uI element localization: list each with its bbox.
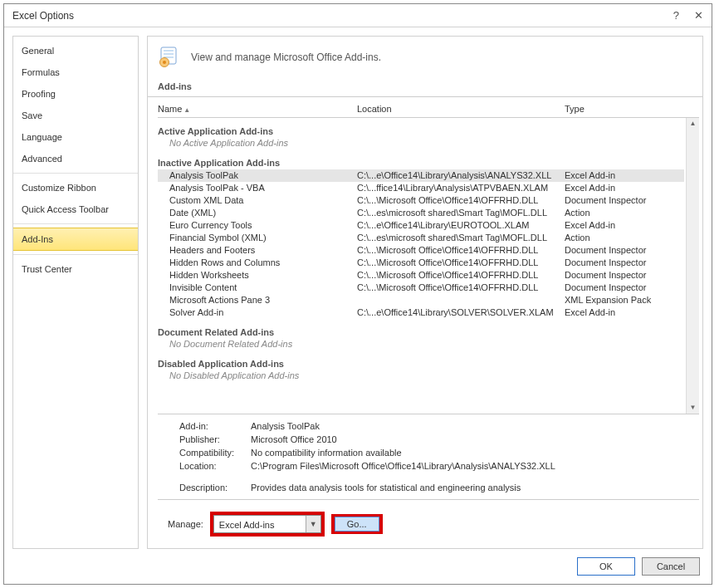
- sort-asc-icon: ▲: [182, 106, 190, 114]
- sidebar-item-save[interactable]: Save: [13, 105, 138, 126]
- close-button[interactable]: ✕: [694, 9, 703, 22]
- sidebar-item-quick-access-toolbar[interactable]: Quick Access Toolbar: [13, 198, 138, 220]
- addin-type: Document Inspector: [565, 257, 686, 269]
- addin-location: [357, 294, 565, 306]
- addin-location: C:\...e\Office14\Library\Analysis\ANALYS…: [357, 169, 565, 182]
- addin-location: C:\...e\Office14\Library\SOLVER\SOLVER.X…: [357, 306, 565, 319]
- addin-type: Excel Add-in: [565, 306, 686, 319]
- detail-label-location: Location:: [179, 459, 251, 473]
- scroll-down-icon[interactable]: ▼: [687, 402, 699, 414]
- sidebar-item-language[interactable]: Language: [13, 126, 138, 148]
- addin-name: Financial Symbol (XML): [169, 232, 357, 244]
- addin-type: Document Inspector: [565, 194, 686, 207]
- addin-row[interactable]: Headers and FootersC:\...\Microsoft Offi…: [158, 244, 686, 257]
- addin-location: C:\...ffice14\Library\Analysis\ATPVBAEN.…: [357, 182, 565, 194]
- addins-icon: [158, 45, 181, 70]
- go-button[interactable]: Go...: [335, 517, 379, 532]
- addin-location: C:\...\Microsoft Office\Office14\OFFRHD.…: [357, 194, 565, 207]
- addin-row[interactable]: Date (XML)C:\...es\microsoft shared\Smar…: [158, 207, 686, 219]
- group-header: Active Application Add-ins: [158, 118, 686, 138]
- manage-combo-highlight: Excel Add-ins ▼: [210, 512, 325, 537]
- main-header-text: View and manage Microsoft Office Add-ins…: [191, 51, 381, 63]
- help-button[interactable]: ?: [673, 9, 679, 22]
- detail-value-location: C:\Program Files\Microsoft Office\Office…: [251, 459, 555, 473]
- detail-label-desc: Description:: [179, 481, 251, 494]
- group-empty: No Active Application Add-ins: [158, 138, 686, 149]
- addin-row[interactable]: Invisible ContentC:\...\Microsoft Office…: [158, 282, 686, 294]
- manage-bar: Manage: Excel Add-ins ▼ Go...: [158, 499, 699, 548]
- column-header-type[interactable]: Type: [565, 104, 699, 114]
- excel-options-dialog: Excel Options ? ✕ GeneralFormulasProofin…: [3, 3, 712, 585]
- sidebar-item-formulas[interactable]: Formulas: [13, 61, 138, 83]
- detail-label-publisher: Publisher:: [179, 433, 251, 446]
- addin-type: Action: [565, 232, 686, 244]
- column-header-name[interactable]: Name▲: [158, 104, 357, 114]
- addin-type: Document Inspector: [565, 269, 686, 282]
- detail-value-compat: No compatibility information available: [251, 446, 402, 459]
- addin-type: Document Inspector: [565, 282, 686, 294]
- dialog-title: Excel Options: [12, 10, 74, 22]
- addin-name: Analysis ToolPak: [169, 169, 357, 182]
- addin-row[interactable]: Custom XML DataC:\...\Microsoft Office\O…: [158, 194, 686, 207]
- group-header: Inactive Application Add-ins: [158, 149, 686, 169]
- svg-point-5: [163, 61, 166, 64]
- addin-type: Excel Add-in: [565, 169, 684, 182]
- addin-name: Headers and Footers: [169, 244, 357, 257]
- group-empty: No Document Related Add-ins: [158, 339, 686, 350]
- addin-location: C:\...\Microsoft Office\Office14\OFFRHD.…: [357, 282, 565, 294]
- addin-location: C:\...e\Office14\Library\EUROTOOL.XLAM: [357, 219, 565, 232]
- addin-row[interactable]: Financial Symbol (XML)C:\...es\microsoft…: [158, 232, 686, 244]
- group-header: Document Related Add-ins: [158, 319, 686, 339]
- addin-row[interactable]: Analysis ToolPak - VBAC:\...ffice14\Libr…: [158, 182, 686, 194]
- section-title: Add-ins: [148, 81, 702, 97]
- scroll-up-icon[interactable]: ▲: [687, 118, 699, 130]
- addin-row[interactable]: Solver Add-inC:\...e\Office14\Library\SO…: [158, 306, 686, 319]
- manage-label: Manage:: [168, 519, 203, 529]
- vertical-scrollbar[interactable]: ▲ ▼: [686, 118, 699, 414]
- sidebar: GeneralFormulasProofingSaveLanguageAdvan…: [12, 36, 139, 549]
- detail-value-publisher: Microsoft Office 2010: [251, 433, 337, 446]
- sidebar-item-trust-center[interactable]: Trust Center: [13, 258, 138, 280]
- manage-combo-text: Excel Add-ins: [214, 516, 306, 532]
- addin-name: Microsoft Actions Pane 3: [169, 294, 357, 306]
- addin-type: Action: [565, 207, 686, 219]
- addin-location: C:\...\Microsoft Office\Office14\OFFRHD.…: [357, 257, 565, 269]
- cancel-button[interactable]: Cancel: [642, 557, 700, 576]
- main-panel: View and manage Microsoft Office Add-ins…: [147, 36, 703, 549]
- addin-row[interactable]: Microsoft Actions Pane 3XML Expansion Pa…: [158, 294, 686, 306]
- column-header-location[interactable]: Location: [357, 104, 565, 114]
- addin-row[interactable]: Analysis ToolPakC:\...e\Office14\Library…: [158, 169, 684, 182]
- addin-row[interactable]: Hidden Rows and ColumnsC:\...\Microsoft …: [158, 257, 686, 269]
- sidebar-item-general[interactable]: General: [13, 40, 138, 61]
- manage-combo[interactable]: Excel Add-ins ▼: [213, 515, 321, 533]
- addin-name: Hidden Worksheets: [169, 269, 357, 282]
- addins-list[interactable]: Active Application Add-insNo Active Appl…: [158, 118, 686, 414]
- addin-row[interactable]: Hidden WorksheetsC:\...\Microsoft Office…: [158, 269, 686, 282]
- svg-rect-2: [164, 53, 174, 55]
- sidebar-item-add-ins[interactable]: Add-Ins: [13, 228, 138, 251]
- addin-name: Custom XML Data: [169, 194, 357, 207]
- detail-value-desc: Provides data analysis tools for statist…: [251, 481, 521, 494]
- sidebar-item-customize-ribbon[interactable]: Customize Ribbon: [13, 177, 138, 198]
- addin-type: Document Inspector: [565, 244, 686, 257]
- list-header: Name▲ Location Type: [158, 100, 699, 118]
- addin-name: Euro Currency Tools: [169, 219, 357, 232]
- group-header: Disabled Application Add-ins: [158, 350, 686, 370]
- addin-row[interactable]: Euro Currency ToolsC:\...e\Office14\Libr…: [158, 219, 686, 232]
- sidebar-item-advanced[interactable]: Advanced: [13, 148, 138, 169]
- addin-type: Excel Add-in: [565, 182, 686, 194]
- titlebar: Excel Options ? ✕: [4, 4, 712, 27]
- ok-button[interactable]: OK: [577, 557, 635, 576]
- addin-name: Invisible Content: [169, 282, 357, 294]
- chevron-down-icon[interactable]: ▼: [306, 516, 320, 532]
- addin-type: XML Expansion Pack: [565, 294, 686, 306]
- addin-name: Analysis ToolPak - VBA: [169, 182, 357, 194]
- addin-type: Excel Add-in: [565, 219, 686, 232]
- addin-name: Hidden Rows and Columns: [169, 257, 357, 269]
- detail-label-compat: Compatibility:: [179, 446, 251, 459]
- addin-location: C:\...es\microsoft shared\Smart Tag\MOFL…: [357, 232, 565, 244]
- sidebar-item-proofing[interactable]: Proofing: [13, 83, 138, 105]
- svg-rect-1: [164, 50, 174, 51]
- detail-label-addin: Add-in:: [179, 419, 251, 433]
- addin-location: C:\...es\microsoft shared\Smart Tag\MOFL…: [357, 207, 565, 219]
